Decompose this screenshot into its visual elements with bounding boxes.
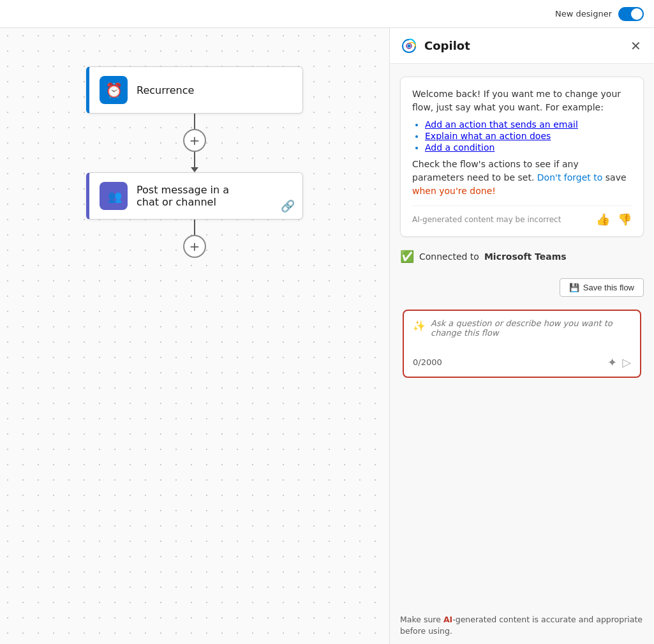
save-flow-button[interactable]: 💾 Save this flow [560, 278, 644, 297]
copilot-title-row: Copilot [400, 37, 470, 55]
bullet-link-1[interactable]: Add an action that sends an email [425, 119, 578, 130]
save-icon: 💾 [569, 283, 579, 292]
followup-text: Check the flow's actions to see if any p… [412, 158, 632, 198]
teams-node[interactable]: 👥 Post message in a chat or channel 🔗 [86, 172, 303, 220]
toggle-knob [631, 8, 643, 20]
bullet-3: Add a condition [425, 142, 632, 153]
close-copilot-button[interactable]: ✕ [628, 36, 644, 56]
new-designer-toggle[interactable] [618, 7, 644, 21]
ai-footer: AI-generated content may be incorrect 👍 … [412, 206, 632, 226]
input-actions: ✦ ▷ [607, 356, 631, 369]
copilot-logo-icon [400, 37, 418, 55]
bullet-link-2[interactable]: Explain what an action does [425, 131, 551, 141]
add-step-button-2[interactable]: + [183, 235, 206, 258]
connected-service: Microsoft Teams [484, 251, 567, 262]
copilot-title: Copilot [424, 39, 470, 52]
teams-node-title: Post message in a chat or channel [137, 184, 229, 208]
thumbs-down-icon[interactable]: 👎 [618, 213, 632, 226]
teams-icon: 👥 [105, 187, 123, 205]
add-step-button-1[interactable]: + [183, 129, 206, 152]
svg-text:👥: 👥 [108, 190, 123, 204]
input-sparkle-prefix: ✨ [413, 320, 426, 332]
welcome-chat-bubble: Welcome back! If you want me to change y… [400, 77, 644, 237]
thumbs-up-icon[interactable]: 👍 [596, 213, 610, 226]
svg-point-3 [408, 44, 411, 47]
connected-status: ✅ Connected to Microsoft Teams [400, 247, 644, 266]
teams-icon-bg: 👥 [100, 182, 128, 210]
connector-top: + [183, 114, 206, 172]
line-1 [194, 114, 195, 129]
ai-sparkle-icon[interactable]: ✦ [607, 356, 617, 369]
topbar: New designer [0, 0, 654, 28]
feedback-icons: 👍 👎 [596, 213, 632, 226]
char-count: 0/2000 [413, 357, 442, 367]
flow-canvas: ⏰ Recurrence + 👥 Po [0, 28, 389, 644]
copilot-body: Welcome back! If you want me to change y… [390, 64, 654, 609]
example-list: Add an action that sends an email Explai… [425, 119, 632, 153]
line-2 [194, 152, 195, 167]
chat-input-area[interactable]: ✨ 0/2000 ✦ ▷ [403, 310, 641, 378]
recurrence-node[interactable]: ⏰ Recurrence [86, 66, 303, 114]
clock-icon: ⏰ [105, 82, 123, 98]
ai-highlight: AI [443, 615, 452, 624]
ai-disclaimer: AI-generated content may be incorrect [412, 215, 561, 224]
chat-input-field[interactable] [431, 318, 631, 350]
bullet-link-3[interactable]: Add a condition [425, 142, 494, 153]
connector-bottom: + [183, 220, 206, 258]
save-row: 💾 Save this flow [400, 276, 644, 299]
arrow-1 [191, 167, 198, 172]
bullet-2: Explain what an action does [425, 131, 632, 141]
save-button-label: Save this flow [583, 283, 634, 292]
check-icon: ✅ [400, 250, 414, 263]
welcome-text: Welcome back! If you want me to change y… [412, 87, 632, 114]
copilot-header: Copilot ✕ [390, 28, 654, 64]
connected-label: Connected to [419, 251, 479, 262]
main-layout: ⏰ Recurrence + 👥 Po [0, 28, 654, 644]
new-designer-label: New designer [555, 9, 612, 19]
line-3 [194, 220, 195, 235]
bullet-1: Add an action that sends an email [425, 119, 632, 130]
flow-container: ⏰ Recurrence + 👥 Po [86, 66, 303, 258]
recurrence-icon-bg: ⏰ [100, 76, 128, 104]
bottom-disclaimer: Make sure AI-generated content is accura… [390, 609, 654, 644]
link-icon: 🔗 [281, 199, 295, 213]
copilot-panel: Copilot ✕ Welcome back! If you want me t… [389, 28, 654, 644]
input-footer: 0/2000 ✦ ▷ [413, 356, 631, 369]
recurrence-title: Recurrence [137, 84, 194, 96]
send-button[interactable]: ▷ [622, 356, 631, 369]
